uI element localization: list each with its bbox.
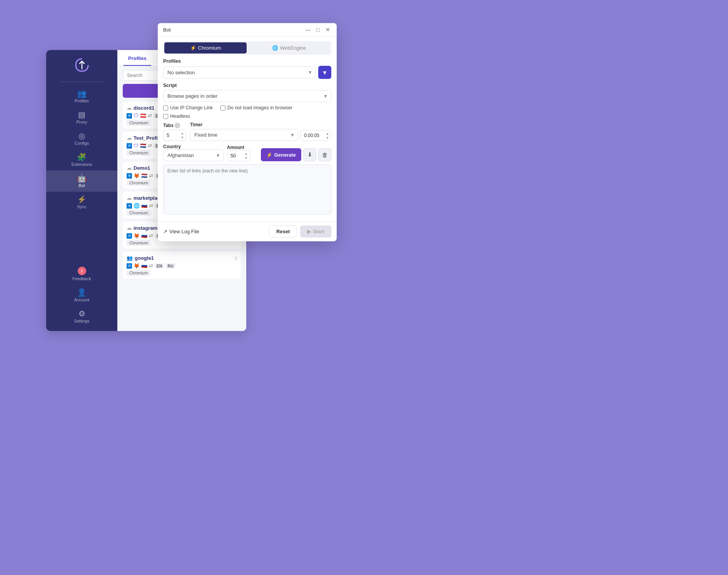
tabs-increment[interactable]: ▲ bbox=[180, 131, 185, 135]
script-select[interactable]: Browse pages in order Browse pages rando… bbox=[163, 90, 331, 102]
profile-number: 2 bbox=[235, 256, 237, 261]
cloud-icon: ☁ bbox=[127, 225, 132, 231]
view-log-button[interactable]: ↗ View Log File bbox=[163, 229, 199, 234]
title-bar-controls: — □ ✕ bbox=[304, 26, 331, 33]
do-not-load-images-checkbox[interactable]: Do not load images in browser bbox=[220, 105, 292, 110]
country-label: Country bbox=[163, 144, 224, 149]
sync-icon: ⇄ bbox=[148, 113, 152, 119]
generate-icon: ⚡ bbox=[266, 152, 272, 158]
links-textarea[interactable] bbox=[163, 164, 331, 214]
close-button[interactable]: ✕ bbox=[324, 26, 331, 33]
download-button[interactable]: ⬇ bbox=[303, 148, 316, 161]
generate-button[interactable]: ⚡ Generate bbox=[261, 148, 301, 161]
sync-icon: ⇄ bbox=[149, 233, 153, 239]
start-label: Start bbox=[313, 229, 324, 234]
feedback-icon: ! bbox=[78, 267, 86, 275]
delete-button[interactable]: 🗑 bbox=[318, 148, 331, 161]
dialog-title: Bot bbox=[163, 27, 171, 33]
account-icon: 👤 bbox=[77, 289, 87, 296]
headless-checkbox[interactable]: Headless bbox=[163, 114, 190, 119]
amount-input-wrap: ▲ ▼ bbox=[227, 150, 250, 161]
profiles-section-label: Profiles bbox=[163, 59, 331, 64]
profile-name: ☁ Test_Profile bbox=[127, 135, 162, 141]
sidebar-item-extensions[interactable]: 🧩 Extensions bbox=[46, 149, 117, 170]
sidebar-bot-label: Bot bbox=[78, 183, 85, 188]
flag-nl-icon: 🇳🇱 bbox=[141, 173, 147, 179]
sidebar-proxy-label: Proxy bbox=[76, 120, 87, 124]
sidebar-account-label: Account bbox=[74, 298, 90, 302]
cloud-icon: ☁ bbox=[127, 165, 132, 171]
sync-icon: ⚡ bbox=[77, 196, 87, 203]
use-ip-change-link-label: Use IP Change Link bbox=[170, 105, 213, 110]
sync-icon: ⇄ bbox=[148, 143, 152, 149]
sync-icon: ⇄ bbox=[149, 263, 153, 269]
windows-icon: ⊞ bbox=[127, 143, 132, 149]
tabs-decrement[interactable]: ▼ bbox=[180, 135, 185, 139]
timer-group: Timer Fixed time Random time No timer ▼ … bbox=[190, 122, 331, 141]
country-group: Country Afghanistan Albania Algeria ▼ bbox=[163, 144, 224, 161]
chromium-badge: Chromium bbox=[127, 150, 150, 156]
chromium-icon: ⚡ bbox=[190, 45, 196, 51]
shield-icon: 🛡 bbox=[134, 113, 139, 119]
webengine-tab-label: WebEngine bbox=[280, 45, 306, 51]
proxy-icon: ▤ bbox=[78, 111, 85, 119]
bot-icon: 🤖 bbox=[77, 174, 87, 182]
start-button[interactable]: ▶ Start bbox=[300, 226, 331, 237]
tab-webengine[interactable]: 🌐 WebEngine bbox=[248, 42, 330, 53]
windows-icon: ⊞ bbox=[127, 203, 132, 209]
sidebar-item-bot[interactable]: 🤖 Bot bbox=[46, 170, 117, 192]
chromium-tab-label: Chromium bbox=[198, 45, 221, 51]
cloud-icon: ☁ bbox=[127, 195, 132, 201]
profiles-select[interactable]: No selection bbox=[163, 67, 316, 79]
webengine-icon: 🌐 bbox=[272, 45, 278, 51]
sidebar-item-configs[interactable]: ◎ Configs bbox=[46, 128, 117, 149]
windows-icon: ⊞ bbox=[127, 113, 132, 119]
checkbox-row-top: Use IP Change Link Do not load images in… bbox=[163, 105, 331, 110]
use-ip-change-link-input[interactable] bbox=[163, 105, 168, 110]
use-ip-change-link-checkbox[interactable]: Use IP Change Link bbox=[163, 105, 213, 110]
chromium-badge: Chromium bbox=[127, 270, 150, 276]
chromium-badge: Chromium bbox=[127, 120, 150, 126]
settings-icon: ⚙ bbox=[78, 310, 85, 318]
tab-profiles[interactable]: Profiles bbox=[124, 50, 151, 66]
do-not-load-images-input[interactable] bbox=[220, 105, 225, 110]
reset-button[interactable]: Reset bbox=[269, 226, 297, 237]
tab-chromium[interactable]: ⚡ Chromium bbox=[164, 42, 247, 53]
sidebar-item-settings[interactable]: ⚙ Settings bbox=[46, 306, 117, 327]
time-decrement[interactable]: ▼ bbox=[325, 136, 330, 140]
dialog-body: Profiles No selection ▼ ▼ Script Browse … bbox=[158, 59, 337, 221]
amount-decrement[interactable]: ▼ bbox=[244, 156, 249, 160]
configs-icon: ◎ bbox=[78, 132, 85, 140]
timer-select[interactable]: Fixed time Random time No timer bbox=[190, 129, 298, 141]
tabs-timer-row: Tabs i ▲ ▼ Timer Fixed time bbox=[163, 122, 331, 141]
time-spinners: ▲ ▼ bbox=[325, 132, 330, 140]
lang-badge-en: EN bbox=[155, 263, 164, 269]
headless-input[interactable] bbox=[163, 114, 168, 119]
amount-increment[interactable]: ▲ bbox=[244, 152, 249, 155]
chromium-badge: Chromium bbox=[127, 240, 150, 246]
sidebar-item-profiles[interactable]: 👥 Profiles bbox=[46, 86, 117, 107]
sidebar: 👥 Profiles ▤ Proxy ◎ Configs 🧩 Extension… bbox=[46, 50, 117, 331]
view-log-label: View Log File bbox=[169, 229, 199, 234]
firefox-icon: 🦊 bbox=[134, 263, 140, 269]
cloud-icon: ☁ bbox=[127, 135, 132, 141]
sidebar-item-sync[interactable]: ⚡ Sync bbox=[46, 192, 117, 213]
sidebar-item-feedback[interactable]: ! Feedback bbox=[46, 263, 117, 285]
filter-button[interactable]: ▼ bbox=[318, 66, 331, 79]
chrome-icon: 🌐 bbox=[134, 203, 140, 209]
sidebar-item-proxy[interactable]: ▤ Proxy bbox=[46, 107, 117, 128]
country-select[interactable]: Afghanistan Albania Algeria bbox=[163, 149, 224, 161]
list-item[interactable]: 👥 google1 2 ⊞ 🦊 🇷🇺 ⇄ EN RU Chromium bbox=[123, 252, 241, 279]
minimize-button[interactable]: — bbox=[304, 26, 311, 33]
tabs-group: Tabs i ▲ ▼ bbox=[163, 123, 186, 141]
sidebar-item-account[interactable]: 👤 Account bbox=[46, 285, 117, 306]
amount-label: Amount bbox=[227, 145, 258, 150]
tabs-info-icon: i bbox=[175, 123, 180, 128]
tabs-spinners: ▲ ▼ bbox=[180, 131, 185, 139]
sidebar-sync-label: Sync bbox=[77, 204, 86, 209]
engine-tabs: ⚡ Chromium 🌐 WebEngine bbox=[163, 41, 331, 55]
maximize-button[interactable]: □ bbox=[314, 26, 321, 33]
time-increment[interactable]: ▲ bbox=[325, 132, 330, 135]
sync-icon: ⇄ bbox=[149, 173, 153, 179]
amount-spinners: ▲ ▼ bbox=[244, 152, 249, 160]
